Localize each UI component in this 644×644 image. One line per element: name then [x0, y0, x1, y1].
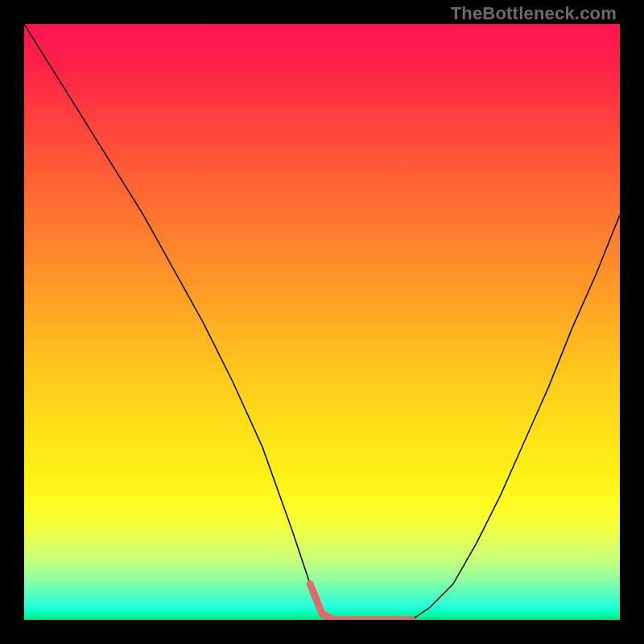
curve-bottom-highlight — [310, 584, 411, 620]
chart-svg — [24, 24, 620, 620]
curve-right-branch — [411, 215, 620, 620]
watermark-text: TheBottleneck.com — [451, 3, 617, 24]
curve-left-branch — [24, 24, 334, 620]
chart-frame: TheBottleneck.com — [0, 0, 644, 644]
plot-area — [24, 24, 620, 620]
